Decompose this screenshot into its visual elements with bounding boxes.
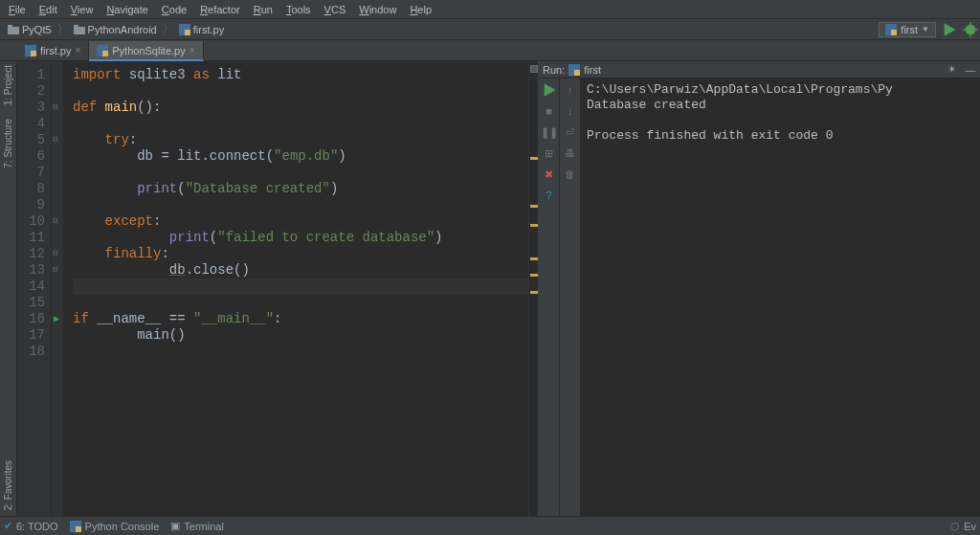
code-line[interactable]: try: [73, 132, 528, 148]
code-line[interactable] [73, 165, 528, 181]
line-number[interactable]: 12 [19, 246, 45, 262]
menu-file[interactable]: File [2, 2, 33, 17]
error-stripe[interactable] [528, 61, 538, 516]
menu-edit[interactable]: Edit [33, 2, 64, 17]
code-line[interactable]: print("Database created") [73, 181, 528, 197]
warning-marker[interactable] [530, 205, 538, 208]
line-number[interactable]: 17 [19, 327, 45, 344]
menu-navigate[interactable]: Navigate [100, 2, 154, 17]
fold-toggle-icon[interactable]: ⊟ [53, 213, 57, 230]
line-number[interactable]: 3 [19, 100, 45, 116]
menu-view[interactable]: View [64, 2, 100, 17]
fold-toggle-icon[interactable]: ⊟ [53, 262, 57, 279]
help-button[interactable]: ? [542, 188, 557, 203]
code-line[interactable]: db = lit.connect("emp.db") [73, 148, 528, 165]
sidebar-tab-project[interactable]: 1: Project [3, 65, 13, 105]
line-number[interactable]: 14 [19, 279, 45, 295]
code-line[interactable] [73, 197, 528, 213]
sidebar-tab-favorites[interactable]: 2: Favorites [3, 460, 13, 510]
fold-toggle-icon[interactable]: ⊟ [53, 132, 57, 148]
warning-marker[interactable] [530, 257, 538, 260]
up-button[interactable]: ↑ [563, 82, 578, 98]
line-number-gutter[interactable]: 123456789101112131415161718 [17, 61, 52, 516]
code-line[interactable] [73, 344, 528, 360]
breadcrumb-project[interactable]: PyQt5 [4, 24, 56, 35]
python-file-icon [179, 24, 190, 35]
warning-marker[interactable] [530, 157, 538, 160]
menu-run[interactable]: Run [247, 2, 279, 17]
bottom-tab-python-console[interactable]: Python Console [70, 521, 160, 532]
code-line[interactable] [73, 116, 528, 132]
restore-layout-button[interactable]: ⊞ [542, 145, 557, 161]
editor-tab[interactable]: PythonSqlite.py× [89, 41, 203, 61]
line-number[interactable]: 15 [19, 295, 45, 311]
fold-toggle-icon[interactable]: ⊟ [53, 246, 57, 262]
run-line-gutter-icon[interactable]: ▶ [54, 311, 59, 327]
code-line[interactable]: import sqlite3 as lit [73, 67, 528, 83]
line-number[interactable]: 1 [19, 67, 45, 83]
warning-marker[interactable] [530, 291, 538, 294]
console-output[interactable]: C:\Users\Parwiz\AppData\Local\Programs\P… [581, 78, 980, 516]
close-icon[interactable]: × [189, 45, 195, 56]
breadcrumb-file[interactable]: first.py [175, 24, 228, 35]
down-button[interactable]: ↓ [563, 103, 578, 119]
editor-tab[interactable]: first.py× [17, 40, 89, 60]
fold-toggle-icon[interactable]: ⊟ [53, 100, 57, 116]
close-icon[interactable]: × [75, 45, 80, 56]
code-line[interactable]: if __name__ == "__main__": [73, 311, 528, 327]
stop-button[interactable]: ■ [542, 103, 557, 119]
run-config-dropdown[interactable]: first ▼ [879, 22, 936, 37]
bottom-tab-terminal[interactable]: ▣ Terminal [170, 520, 224, 532]
line-number[interactable]: 16 [19, 311, 45, 327]
menu-code[interactable]: Code [155, 2, 193, 17]
code-line[interactable]: except: [73, 213, 528, 230]
clear-all-button[interactable]: 🗑 [563, 167, 578, 182]
line-number[interactable]: 6 [19, 148, 45, 165]
bottom-tab-event-log[interactable]: ◌ Ev [950, 520, 976, 532]
fold-gutter[interactable]: ⊟⊟⊟⊟⊟▶ [52, 61, 63, 516]
line-number[interactable]: 5 [19, 132, 45, 148]
run-button[interactable] [942, 22, 957, 37]
code-line[interactable] [73, 279, 528, 295]
settings-icon[interactable]: ✶ [944, 62, 959, 78]
run-tool-header: Run: first ✶ — [539, 61, 980, 78]
menu-vcs[interactable]: VCS [318, 2, 353, 17]
line-number[interactable]: 13 [19, 262, 45, 279]
line-number[interactable]: 11 [19, 230, 45, 246]
line-number[interactable]: 18 [19, 344, 45, 360]
python-run-icon [568, 64, 580, 76]
line-number[interactable]: 8 [19, 181, 45, 197]
pin-button[interactable]: ✖ [542, 167, 557, 182]
breadcrumb-folder[interactable]: PythonAndroid [70, 24, 161, 35]
code-line[interactable]: db.close() [73, 262, 528, 279]
debug-button[interactable] [963, 22, 978, 37]
code-line[interactable]: finally: [73, 246, 528, 262]
print-button[interactable]: 🖶 [563, 145, 578, 161]
code-line[interactable] [73, 295, 528, 311]
sidebar-tab-structure[interactable]: 7: Structure [3, 119, 13, 168]
menu-refactor[interactable]: Refactor [193, 2, 247, 17]
minimize-icon[interactable]: — [963, 62, 978, 78]
soft-wrap-button[interactable]: ⏎ [563, 124, 578, 140]
breadcrumb-folder-label: PythonAndroid [88, 24, 157, 35]
pause-button[interactable]: ❚❚ [542, 124, 557, 140]
code-line[interactable]: main() [73, 327, 528, 344]
code-editor[interactable]: import sqlite3 as lit def main(): try: d… [63, 61, 528, 516]
line-number[interactable]: 9 [19, 197, 45, 213]
warning-marker[interactable] [530, 224, 538, 227]
line-number[interactable]: 7 [19, 165, 45, 181]
menu-window[interactable]: Window [352, 2, 403, 17]
menu-help[interactable]: Help [403, 2, 438, 17]
line-number[interactable]: 4 [19, 116, 45, 132]
menubar: FileEditViewNavigateCodeRefactorRunTools… [0, 0, 980, 19]
rerun-button[interactable] [542, 82, 557, 98]
warning-marker[interactable] [530, 274, 538, 277]
code-line[interactable] [73, 83, 528, 100]
line-number[interactable]: 2 [19, 83, 45, 100]
menu-tools[interactable]: Tools [279, 2, 318, 17]
line-number[interactable]: 10 [19, 213, 45, 230]
code-line[interactable]: print("failed to create database") [73, 230, 528, 246]
bottom-tab-todo[interactable]: ✔ 6: TODO [4, 520, 58, 532]
run-tool-column-1: ■ ❚❚ ⊞ ✖ ? [539, 78, 560, 516]
code-line[interactable]: def main(): [73, 100, 528, 116]
